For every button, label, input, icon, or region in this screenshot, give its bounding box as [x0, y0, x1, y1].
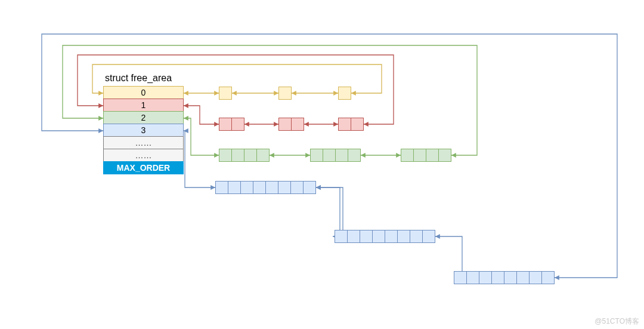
row-order-3: 3 — [103, 124, 184, 137]
block-o0-2 — [278, 87, 292, 100]
block-o1-1 — [219, 118, 244, 131]
block-o1-3 — [338, 118, 364, 131]
block-o2-1 — [219, 149, 270, 162]
row-dots-2: …… — [103, 149, 184, 162]
row-dots-1: …… — [103, 136, 184, 149]
block-o2-3 — [401, 149, 451, 162]
row-order-0: 0 — [103, 86, 184, 99]
diagram-canvas: struct free_area 0 1 2 3 …… …… MAX_ORDER… — [0, 0, 644, 329]
block-o3-3 — [454, 271, 555, 284]
struct-title: struct free_area — [105, 73, 172, 84]
row-order-2: 2 — [103, 111, 184, 124]
row-order-1: 1 — [103, 99, 184, 112]
block-o0-1 — [219, 87, 232, 100]
free-area-table: 0 1 2 3 …… …… MAX_ORDER — [103, 87, 184, 174]
row-max-order: MAX_ORDER — [103, 161, 184, 174]
block-o1-2 — [278, 118, 304, 131]
block-o3-1 — [215, 181, 316, 194]
block-o0-3 — [338, 87, 351, 100]
watermark: @51CTO博客 — [595, 316, 639, 327]
block-o3-2 — [335, 230, 435, 243]
block-o2-2 — [310, 149, 361, 162]
